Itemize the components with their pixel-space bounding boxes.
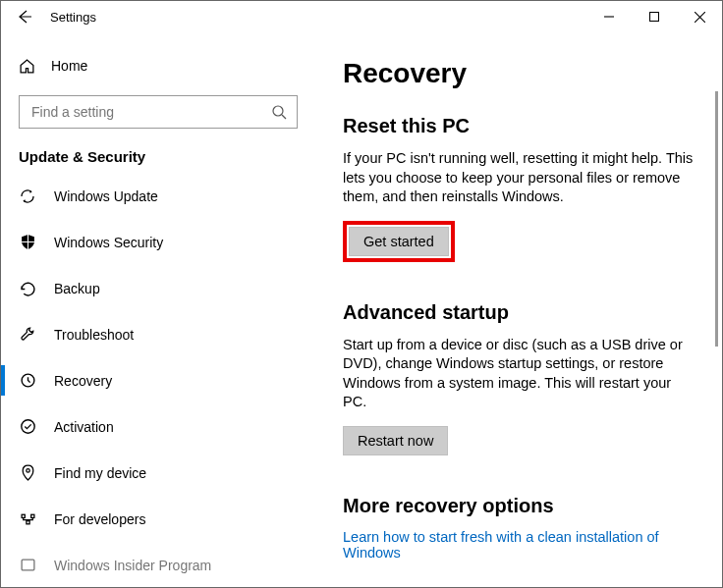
more-recovery-title: More recovery options — [343, 495, 695, 517]
sidebar-home[interactable]: Home — [1, 46, 315, 85]
svg-point-1 — [273, 106, 283, 116]
maximize-button[interactable] — [632, 1, 677, 32]
highlight-marker: Get started — [343, 221, 455, 262]
search-icon — [271, 104, 287, 120]
reset-pc-title: Reset this PC — [343, 115, 695, 137]
reset-pc-description: If your PC isn't running well, resetting… — [343, 149, 695, 207]
window-title: Settings — [48, 10, 586, 25]
sync-icon — [19, 187, 36, 205]
shield-icon — [19, 234, 36, 250]
restart-now-button[interactable]: Restart now — [343, 426, 448, 455]
sidebar-item-recovery[interactable]: Recovery — [1, 357, 315, 403]
svg-rect-7 — [26, 521, 28, 524]
sidebar-item-windows-security[interactable]: Windows Security — [1, 219, 315, 265]
sidebar-home-label: Home — [51, 58, 87, 74]
sidebar: Home Update & Security — [1, 32, 315, 587]
sidebar-item-label: Windows Security — [54, 235, 163, 250]
window-body: Home Update & Security — [1, 32, 722, 587]
svg-rect-8 — [22, 560, 34, 570]
svg-rect-5 — [22, 514, 25, 517]
titlebar: Settings — [1, 1, 722, 32]
svg-rect-6 — [30, 514, 33, 517]
sidebar-item-label: For developers — [54, 511, 145, 527]
sidebar-item-troubleshoot[interactable]: Troubleshoot — [1, 311, 315, 357]
sidebar-item-for-developers[interactable]: For developers — [1, 496, 315, 542]
advanced-startup-section: Advanced startup Start up from a device … — [343, 301, 695, 455]
sidebar-item-find-my-device[interactable]: Find my device — [1, 450, 315, 496]
svg-point-3 — [21, 420, 33, 433]
advanced-startup-description: Start up from a device or disc (such as … — [343, 336, 695, 412]
content-area: Recovery Reset this PC If your PC isn't … — [315, 32, 722, 587]
svg-point-4 — [26, 469, 28, 472]
sidebar-item-label: Find my device — [54, 465, 146, 481]
sidebar-section-title: Update & Security — [1, 146, 315, 173]
backup-icon — [19, 280, 36, 296]
fresh-install-link[interactable]: Learn how to start fresh with a clean in… — [343, 529, 659, 561]
sidebar-item-insider-program[interactable]: Windows Insider Program — [1, 542, 315, 587]
sidebar-item-windows-update[interactable]: Windows Update — [1, 173, 315, 219]
developers-icon — [19, 510, 36, 527]
wrench-icon — [19, 326, 36, 343]
svg-rect-0 — [650, 13, 659, 22]
close-button[interactable] — [677, 1, 722, 32]
home-icon — [19, 58, 35, 75]
back-button[interactable] — [1, 1, 48, 32]
sidebar-nav: Windows Update Windows Security — [1, 173, 315, 587]
search-input[interactable] — [29, 103, 271, 121]
sidebar-item-label: Windows Insider Program — [54, 558, 211, 573]
settings-window: Settings Home — [0, 0, 723, 588]
advanced-startup-title: Advanced startup — [343, 301, 695, 324]
get-started-button[interactable]: Get started — [349, 227, 449, 256]
insider-icon — [19, 557, 36, 573]
minimize-button[interactable] — [586, 1, 632, 32]
vertical-scrollbar[interactable] — [715, 91, 718, 347]
check-circle-icon — [19, 418, 36, 435]
sidebar-item-label: Activation — [54, 419, 114, 435]
sidebar-item-label: Recovery — [54, 373, 112, 389]
reset-pc-section: Reset this PC If your PC isn't running w… — [343, 115, 695, 262]
sidebar-item-label: Backup — [54, 281, 100, 296]
search-box[interactable] — [19, 95, 298, 129]
page-heading: Recovery — [343, 58, 695, 89]
sidebar-item-backup[interactable]: Backup — [1, 265, 315, 311]
window-controls — [586, 1, 722, 32]
sidebar-item-label: Troubleshoot — [54, 327, 134, 343]
recovery-icon — [19, 372, 36, 389]
sidebar-item-activation[interactable]: Activation — [1, 403, 315, 450]
more-recovery-section: More recovery options Learn how to start… — [343, 495, 695, 561]
location-icon — [19, 464, 36, 481]
sidebar-item-label: Windows Update — [54, 188, 158, 204]
